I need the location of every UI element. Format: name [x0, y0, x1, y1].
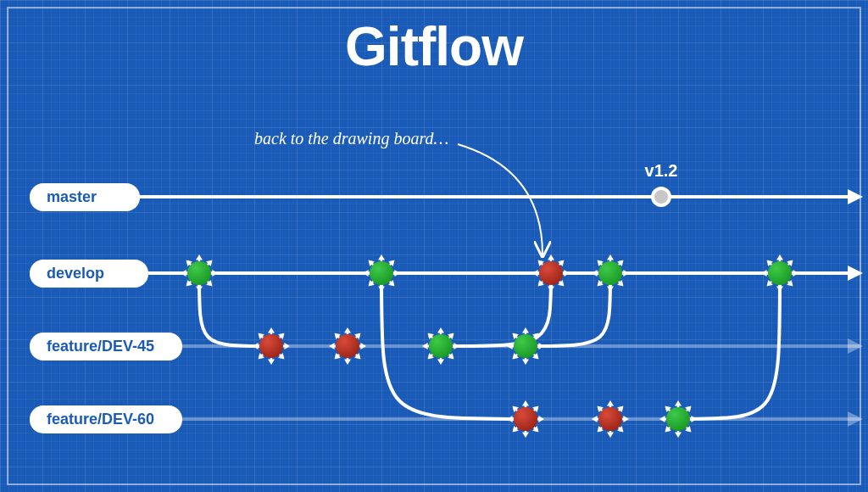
- branch-line-develop: [30, 271, 860, 275]
- branch-label-feature-DEV-45: feature/DEV-45: [30, 333, 182, 361]
- branch-arrow-develop: [848, 266, 863, 281]
- diagram-title: Gitflow: [0, 15, 868, 78]
- commit-dot: [336, 334, 359, 358]
- commit-dot: [187, 261, 211, 285]
- branch-label-feature-DEV-60: feature/DEV-60: [30, 405, 182, 433]
- commit-dot: [539, 261, 563, 285]
- commit-dot: [768, 261, 792, 285]
- branch-label-master: master: [30, 183, 140, 211]
- commit-dot: [514, 334, 537, 358]
- commit-dot: [514, 407, 537, 431]
- tag-commit-dot: [651, 187, 671, 207]
- commit-dot: [598, 407, 622, 431]
- commit-dot: [429, 334, 453, 358]
- branch-line-master: [30, 195, 860, 198]
- tag-label: v1.2: [644, 161, 678, 181]
- branch-label-develop: develop: [30, 260, 148, 288]
- commit-dot: [259, 334, 283, 358]
- commit-dot: [666, 407, 690, 431]
- annotation-text: back to the drawing board…: [254, 129, 448, 148]
- commit-dot: [370, 261, 393, 285]
- branch-arrow-master: [848, 189, 863, 204]
- branch-arrow-feature-DEV-45: [848, 338, 863, 354]
- branch-arrow-feature-DEV-60: [848, 411, 863, 427]
- commit-dot: [598, 261, 622, 285]
